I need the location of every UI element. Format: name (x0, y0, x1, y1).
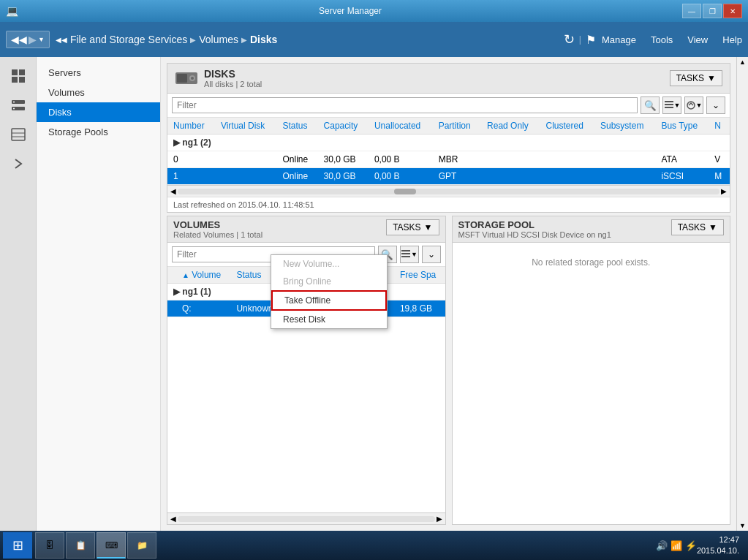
volumes-view-options-button[interactable]: ▼ (400, 246, 419, 263)
col-unallocated[interactable]: Unallocated (369, 118, 433, 135)
breadcrumb-part-2[interactable]: Volumes (199, 34, 238, 45)
maximize-button[interactable]: ❐ (703, 4, 722, 18)
disks-table-container: Number Virtual Disk Status Capacity Unal… (167, 118, 730, 185)
col-number[interactable]: Number (167, 118, 215, 135)
close-button[interactable]: ✕ (723, 4, 742, 18)
breadcrumb: ◀◀ File and Storage Services ▶ Volumes ▶… (56, 34, 552, 45)
disk-unallocated-1: 0,00 B (369, 168, 433, 185)
volumes-scrollbar[interactable]: ◀ ▶ (167, 512, 445, 524)
volumes-panel-header: VOLUMES Related Volumes | 1 total TASKS … (167, 216, 445, 243)
col-subsystem[interactable]: Subsystem (594, 118, 655, 135)
taskbar-clock[interactable]: 12:47 2015.04.10. (697, 534, 745, 557)
tray-icon-1[interactable]: 🔊 (656, 540, 668, 551)
col-virtual-disk[interactable]: Virtual Disk (215, 118, 277, 135)
scroll-right-btn[interactable]: ▶ (719, 187, 728, 195)
taskbar-app-terminal[interactable]: ⌨ (97, 532, 126, 559)
sidebar-item-volumes[interactable]: Volumes (37, 83, 160, 102)
taskbar-app-clipboard[interactable]: 📋 (66, 532, 95, 559)
svg-rect-16 (665, 104, 673, 105)
vol-scroll-right[interactable]: ▶ (435, 515, 444, 523)
disks-sort-button[interactable]: ▼ (684, 97, 703, 114)
svg-rect-21 (401, 256, 410, 257)
sidebar-item-storage-pools[interactable]: Storage Pools (37, 122, 160, 142)
storage-pool-tasks-button[interactable]: TASKS ▼ (671, 219, 724, 235)
disks-scrollbar[interactable]: ◀ ▶ (167, 185, 730, 197)
last-refreshed-text: Last refreshed on 2015.04.10. 11:48:51 (173, 200, 314, 209)
volumes-tasks-label: TASKS (393, 222, 420, 232)
back-icon: ◀◀ (11, 34, 27, 45)
context-menu-item-new-volume[interactable]: New Volume... (271, 255, 387, 273)
svg-rect-2 (12, 77, 18, 83)
context-menu-item-reset-disk[interactable]: Reset Disk (271, 311, 387, 328)
context-menu: New Volume... Bring Online Take Offline … (271, 254, 388, 329)
context-menu-item-take-offline[interactable]: Take Offline (271, 290, 387, 311)
volumes-collapse-button[interactable]: ⌄ (422, 246, 441, 263)
tray-icon-3[interactable]: ⚡ (685, 540, 697, 551)
storage-pool-tasks-arrow: ▼ (709, 222, 717, 232)
vol-scroll-left[interactable]: ◀ (169, 515, 178, 523)
col-read-only[interactable]: Read Only (481, 118, 540, 135)
col-status[interactable]: Status (276, 118, 317, 135)
vol-col-free[interactable]: Free Spa (394, 267, 445, 284)
scroll-left-btn[interactable]: ◀ (169, 187, 178, 195)
disks-tasks-button[interactable]: TASKS ▼ (670, 70, 722, 86)
vol-scroll-track[interactable] (178, 516, 435, 522)
col-n[interactable]: N (709, 118, 730, 135)
server-icon[interactable] (5, 92, 31, 118)
tools-menu[interactable]: Tools (651, 34, 673, 45)
col-partition[interactable]: Partition (433, 118, 481, 135)
disk-capacity-1: 30,0 GB (318, 168, 369, 185)
context-menu-item-bring-online[interactable]: Bring Online (271, 273, 387, 290)
help-menu[interactable]: Help (722, 34, 742, 45)
breadcrumb-part-3[interactable]: Disks (250, 34, 277, 45)
scroll-up-btn[interactable]: ▲ (738, 57, 747, 67)
col-bus-type[interactable]: Bus Type (655, 118, 709, 135)
view-menu[interactable]: View (687, 34, 708, 45)
scroll-down-btn[interactable]: ▼ (738, 521, 747, 531)
volumes-tasks-button[interactable]: TASKS ▼ (386, 219, 439, 235)
refresh-icon[interactable]: ↻ (564, 31, 575, 48)
storage-icon[interactable] (5, 121, 31, 148)
svg-point-7 (13, 108, 15, 110)
col-capacity[interactable]: Capacity (318, 118, 369, 135)
vol-col-volume[interactable]: ▲ Volume (167, 267, 230, 284)
sidebar-item-servers[interactable]: Servers (37, 63, 160, 83)
bottom-panels: VOLUMES Related Volumes | 1 total TASKS … (161, 216, 736, 531)
flag-icon[interactable]: ⚑ (586, 33, 596, 47)
vol-free-0: 19,8 GB (394, 300, 445, 317)
disks-view-options-button[interactable]: ▼ (662, 97, 681, 114)
breadcrumb-part-1[interactable]: File and Storage Services (70, 34, 187, 45)
taskbar-app-folder[interactable]: 📁 (127, 532, 156, 559)
disks-collapse-button[interactable]: ⌄ (706, 97, 725, 114)
start-icon: ⊞ (12, 537, 23, 553)
taskbar-app-file-manager[interactable]: 🗄 (35, 532, 64, 559)
disk-virtual-disk-1 (215, 168, 277, 185)
svg-point-14 (191, 77, 194, 80)
scroll-track[interactable] (178, 189, 719, 194)
col-clustered[interactable]: Clustered (540, 118, 595, 135)
disk-bus-type-1: iSCSI (655, 168, 709, 185)
start-button[interactable]: ⊞ (3, 532, 32, 559)
table-row[interactable]: 0 Online 30,0 GB 0,00 B MBR ATA V (167, 151, 730, 168)
tray-icon-2[interactable]: 📶 (670, 540, 682, 551)
breadcrumb-icon: ◀◀ (56, 36, 67, 44)
disks-filter-input[interactable] (172, 97, 638, 113)
manage-menu[interactable]: Manage (602, 34, 636, 45)
right-scrollbar[interactable]: ▲ ▼ (736, 57, 748, 531)
svg-rect-15 (665, 101, 673, 102)
minimize-button[interactable]: — (682, 4, 701, 18)
breadcrumb-sep-1: ▶ (190, 36, 196, 44)
dashboard-icon[interactable] (5, 63, 31, 89)
back-button[interactable]: ◀◀ ▶ ▼ (6, 31, 50, 48)
expand-icon[interactable] (5, 151, 31, 177)
sidebar-item-disks[interactable]: Disks (37, 102, 160, 122)
volumes-panel-titles: VOLUMES Related Volumes | 1 total (173, 219, 262, 239)
disk-partition-0: MBR (433, 151, 481, 168)
clock-date: 2015.04.10. (697, 545, 739, 556)
disks-filter-search-button[interactable]: 🔍 (641, 97, 660, 114)
table-row[interactable]: 1 Online 30,0 GB 0,00 B GPT iSCSI M (167, 168, 730, 185)
scroll-thumb[interactable] (394, 189, 416, 194)
disk-status-0: Online (276, 151, 317, 168)
title-bar-icon: 💻 (6, 5, 18, 17)
disk-virtual-disk-0 (215, 151, 277, 168)
